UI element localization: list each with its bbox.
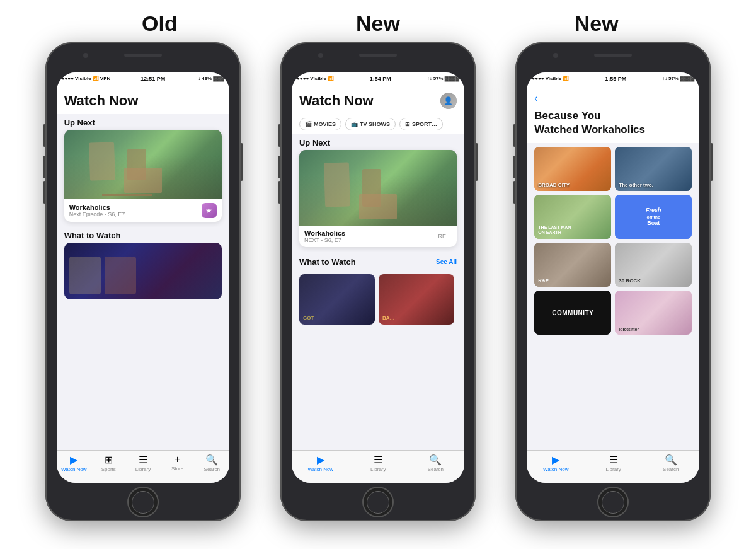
other-two-card[interactable]: The other two.	[615, 147, 692, 191]
fresh-boat-label: Freshoff theBoat	[646, 207, 662, 227]
back-button-3[interactable]: ‹	[527, 88, 699, 109]
fresh-boat-card[interactable]: Freshoff theBoat	[615, 195, 692, 239]
rec-grid-3: BROAD CITY The other two. THE LAST MANON…	[527, 143, 699, 338]
camera-dot-3	[553, 53, 558, 58]
phone-top-2	[280, 50, 476, 61]
camera-dot-1	[83, 53, 88, 58]
filter-tvshows-2[interactable]: 📺 TV SHOWS	[345, 118, 396, 130]
other-two-label: The other two.	[619, 182, 653, 188]
kp-label: K&P	[538, 278, 549, 284]
tab-bar-3: ▶ Watch Now ☰ Library 🔍 Search	[527, 450, 699, 483]
tab-watch-now-2[interactable]: ▶ Watch Now	[308, 454, 334, 472]
tab-watch-icon-3: ▶	[552, 454, 559, 466]
thirty-rock-card[interactable]: 30 ROCK	[615, 243, 692, 287]
home-inner-2	[367, 491, 389, 514]
workaholics-card-1[interactable]: Workaholics Next Episode - S6, E7 ★	[64, 130, 222, 222]
tab-library-3[interactable]: ☰ Library	[601, 454, 626, 472]
up-next-title-1: Up Next	[57, 114, 229, 130]
label-new1: New	[277, 11, 479, 36]
kp-card[interactable]: K&P	[534, 243, 611, 287]
status-bar-2: ●●●● Visible 📶 1:54 PM ↑↓ 57% ▓▓▓▓	[292, 72, 464, 85]
status-time-3: 1:55 PM	[605, 76, 626, 82]
tab-search-2[interactable]: 🔍 Search	[423, 454, 448, 472]
tab-library-icon-2: ☰	[374, 454, 382, 466]
status-bar-3: ●●●● Visible 📶 1:55 PM ↑↓ 57% ▓▓▓▓	[527, 72, 699, 85]
tab-store-1[interactable]: + Store	[165, 454, 190, 471]
thirty-rock-label: 30 ROCK	[619, 278, 641, 284]
card-title-2: Workaholics	[304, 229, 345, 237]
tab-library-1[interactable]: ☰ Library	[130, 454, 156, 472]
what-to-watch-title-2: What to Watch	[299, 255, 356, 269]
home-inner-1	[132, 491, 154, 514]
watch-now-header-2: Watch Now 👤	[292, 85, 464, 114]
ba-card-2[interactable]: BA…	[379, 274, 454, 325]
workaholics-image-1	[64, 130, 222, 199]
home-button-2[interactable]	[362, 487, 394, 517]
status-left-2: ●●●● Visible 📶	[297, 76, 334, 81]
phone-old: ●●●● Visible 📶 VPN 12:51 PM ↑↓ 43% ▓▓▓ W…	[45, 42, 241, 521]
screen-1: ●●●● Visible 📶 VPN 12:51 PM ↑↓ 43% ▓▓▓ W…	[57, 72, 229, 483]
tab-search-1[interactable]: 🔍 Search	[199, 454, 224, 472]
tab-bar-1: ▶ Watch Now ⊞ Sports ☰ Library + Store 🔍	[57, 450, 229, 483]
status-left-1: ●●●● Visible 📶 VPN	[62, 76, 111, 81]
tab-watch-label-3: Watch Now	[543, 466, 569, 472]
filter-movies-2[interactable]: 🎬 MOVIES	[299, 118, 341, 130]
workaholics-card-2[interactable]: Workaholics NEXT - S6, E7 RE…	[299, 150, 457, 247]
tab-library-label-2: Library	[370, 466, 386, 472]
tab-library-2[interactable]: ☰ Library	[365, 454, 391, 472]
broad-city-card[interactable]: BROAD CITY	[534, 147, 611, 191]
phone-new2: ●●●● Visible 📶 1:55 PM ↑↓ 57% ▓▓▓▓ ‹ B	[515, 42, 711, 521]
watch-card-1[interactable]	[64, 243, 222, 299]
tab-search-icon-1: 🔍	[205, 454, 218, 466]
up-next-title-2: Up Next	[292, 134, 464, 150]
tab-library-icon-1: ☰	[139, 454, 147, 466]
phone-new1: ●●●● Visible 📶 1:54 PM ↑↓ 57% ▓▓▓▓ Watch…	[280, 42, 476, 521]
home-button-1[interactable]	[127, 487, 159, 517]
tab-library-label-3: Library	[605, 466, 621, 472]
status-bar-1: ●●●● Visible 📶 VPN 12:51 PM ↑↓ 43% ▓▓▓	[57, 72, 229, 85]
broad-city-label: BROAD CITY	[538, 182, 607, 188]
page-title-3: Because YouWatched Workaholics	[527, 109, 699, 143]
status-right-2: ↑↓ 57% ▓▓▓▓	[427, 76, 459, 81]
speaker-2	[359, 54, 397, 57]
phones-row: ●●●● Visible 📶 VPN 12:51 PM ↑↓ 43% ▓▓▓ W…	[0, 42, 756, 549]
tab-library-label-1: Library	[135, 466, 151, 472]
chevron-left-icon: ‹	[534, 93, 537, 104]
filter-row-2: 🎬 MOVIES 📺 TV SHOWS ⊞ SPORT…	[292, 114, 464, 134]
got-card-2[interactable]: GOT	[299, 274, 375, 325]
tab-search-label-2: Search	[428, 466, 444, 472]
movies-icon: 🎬	[305, 121, 312, 127]
speaker-3	[594, 54, 632, 57]
tab-search-label-3: Search	[663, 466, 679, 472]
watch-now-title-1: Watch Now	[64, 93, 139, 109]
tab-watch-now-1[interactable]: ▶ Watch Now	[61, 454, 87, 472]
label-old: Old	[59, 11, 260, 36]
app-content-1: Watch Now Up Next	[57, 85, 229, 451]
badge-2: RE…	[438, 233, 452, 240]
last-man-label: THE LAST MANON EARTH	[538, 225, 571, 236]
status-left-3: ●●●● Visible 📶	[532, 76, 569, 81]
camera-dot-2	[318, 53, 323, 58]
tab-watch-now-3[interactable]: ▶ Watch Now	[543, 454, 569, 472]
tab-search-3[interactable]: 🔍 Search	[658, 454, 684, 472]
tab-search-icon-2: 🔍	[429, 454, 442, 466]
workaholics-info-1: Workaholics Next Episode - S6, E7 ★	[64, 199, 222, 222]
tab-sports-icon-1: ⊞	[105, 454, 113, 466]
what-cards-row-2: GOT BA…	[292, 272, 464, 327]
watch-now-title-2: Watch Now	[299, 93, 374, 109]
community-label: COMMUNITY	[552, 309, 593, 316]
home-button-3[interactable]	[597, 487, 629, 517]
workaholics-image-2	[299, 150, 457, 226]
speaker-1	[124, 54, 162, 57]
see-all-2[interactable]: See All	[436, 258, 457, 265]
tab-watch-label-1: Watch Now	[61, 466, 87, 472]
status-right-1: ↑↓ 43% ▓▓▓	[195, 76, 224, 81]
idiotsitter-card[interactable]: Idiotsitter	[615, 291, 692, 335]
tab-sports-1[interactable]: ⊞ Sports	[96, 454, 121, 472]
tab-search-label-1: Search	[204, 466, 220, 472]
last-man-card[interactable]: THE LAST MANON EARTH	[534, 195, 611, 239]
tab-store-icon-1: +	[175, 454, 180, 465]
avatar-2[interactable]: 👤	[440, 93, 457, 109]
filter-sports-2[interactable]: ⊞ SPORT…	[399, 118, 443, 130]
community-card[interactable]: COMMUNITY	[534, 291, 611, 335]
